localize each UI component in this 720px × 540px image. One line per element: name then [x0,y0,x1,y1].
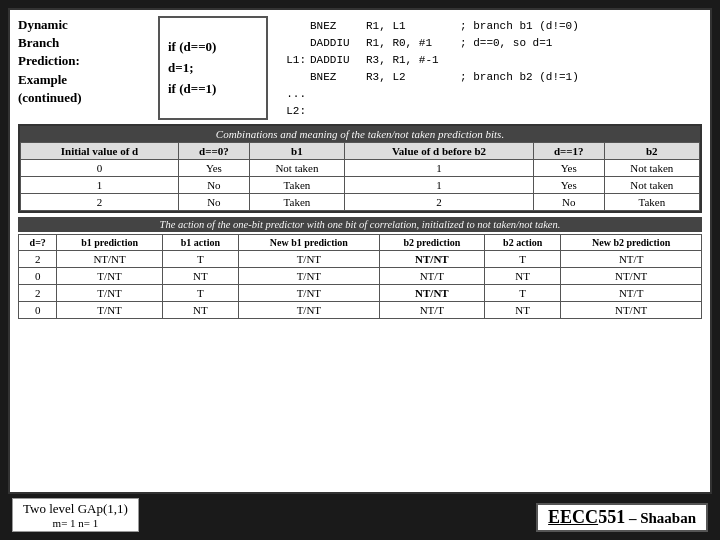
combo-col-header: b2 [604,143,699,160]
asm-label [278,69,306,86]
footer: Two level GAp(1,1) m= 1 n= 1 EECC551 – S… [8,498,712,532]
title-line3: Prediction: [18,53,80,68]
table-cell: NT [162,302,238,319]
asm-line: L2: [278,103,579,120]
table-cell: Taken [249,177,344,194]
table-cell: NT/NT [561,268,702,285]
table-row: 1NoTaken1YesNot taken [21,177,700,194]
asm-instr: DADDIU [310,35,362,52]
combo-col-header: d==0? [179,143,250,160]
action-col-header: New b1 prediction [239,235,380,251]
slide-title: Dynamic Branch Prediction: Example (cont… [18,16,148,120]
table-cell: Yes [533,177,604,194]
code-line3: if (d==1) [168,79,258,100]
asm-label: ... [278,86,306,103]
title-line2: Branch [18,35,59,50]
table-cell: No [179,194,250,211]
combo-col-header: b1 [249,143,344,160]
table-cell: 0 [19,302,57,319]
table-cell: Yes [179,160,250,177]
table-cell: T/NT [239,268,380,285]
combo-table-header: Combinations and meaning of the taken/no… [20,126,700,142]
two-level-box: Two level GAp(1,1) m= 1 n= 1 [12,498,139,532]
asm-instr: DADDIU [310,52,362,69]
action-table: d=?b1 predictionb1 actionNew b1 predicti… [18,234,702,319]
table-cell: Not taken [604,177,699,194]
asm-operands [366,103,456,120]
action-col-header: b2 prediction [379,235,484,251]
table-cell: NT/NT [57,251,162,268]
asm-line: BNEZR1, L1; branch b1 (d!=0) [278,18,579,35]
table-cell: T [485,285,561,302]
code-line1: if (d==0) [168,37,258,58]
asm-label: L1: [278,52,306,69]
table-cell: 0 [19,268,57,285]
table-cell: 2 [21,194,179,211]
combo-col-header: Initial value of d [21,143,179,160]
footer-params: m= 1 n= 1 [23,517,128,529]
asm-instr [310,86,362,103]
table-row: 0YesNot taken1YesNot taken [21,160,700,177]
title-line4: Example [18,72,67,87]
table-cell: No [533,194,604,211]
asm-line: ... [278,86,579,103]
asm-line: DADDIUR1, R0, #1; d==0, so d=1 [278,35,579,52]
main-content: Dynamic Branch Prediction: Example (cont… [8,8,712,494]
action-note: The action of the one-bit predictor with… [18,217,702,232]
table-cell: T/NT [57,302,162,319]
title-line5: (continued) [18,90,82,105]
code-box: if (d==0) d=1; if (d==1) [158,16,268,120]
table-cell: Yes [533,160,604,177]
asm-label [278,18,306,35]
asm-instr: BNEZ [310,18,362,35]
slide: Dynamic Branch Prediction: Example (cont… [0,0,720,540]
combo-col-header: Value of d before b2 [345,143,534,160]
asm-comment: ; d==0, so d=1 [460,35,552,52]
table-cell: 2 [345,194,534,211]
table-cell: Taken [604,194,699,211]
code-line2: d=1; [168,58,258,79]
table-cell: NT [485,268,561,285]
table-cell: NT/NT [379,285,484,302]
title-line1: Dynamic [18,17,68,32]
table-cell: T/NT [239,251,380,268]
asm-comment: ; branch b1 (d!=0) [460,18,579,35]
table-row: 2T/NTTT/NTNT/NTTNT/T [19,285,702,302]
table-cell: 0 [21,160,179,177]
table-cell: T [162,285,238,302]
asm-line: BNEZR3, L2; branch b2 (d!=1) [278,69,579,86]
table-cell: NT/T [561,251,702,268]
table-cell: T/NT [239,285,380,302]
combo-table: Initial value of dd==0?b1Value of d befo… [20,142,700,211]
asm-operands: R3, R1, #-1 [366,52,456,69]
action-col-header: b1 prediction [57,235,162,251]
table-cell: 2 [19,251,57,268]
asm-instr: BNEZ [310,69,362,86]
asm-instr [310,103,362,120]
table-cell: 1 [21,177,179,194]
table-cell: NT [162,268,238,285]
eecc-box: EECC551 – Shaaban [536,503,708,532]
table-cell: Not taken [249,160,344,177]
combo-table-wrapper: Combinations and meaning of the taken/no… [18,124,702,213]
table-cell: 1 [345,160,534,177]
table-cell: No [179,177,250,194]
combo-col-header: d==1? [533,143,604,160]
asm-operands: R1, L1 [366,18,456,35]
eecc-text: EECC551 – Shaaban [548,509,696,526]
table-cell: 2 [19,285,57,302]
table-cell: T [485,251,561,268]
action-col-header: d=? [19,235,57,251]
table-cell: T/NT [57,268,162,285]
action-col-header: b2 action [485,235,561,251]
table-cell: NT/T [561,285,702,302]
two-level-label: Two level GAp(1,1) [23,501,128,517]
asm-label: L2: [278,103,306,120]
table-cell: NT/T [379,268,484,285]
table-cell: NT [485,302,561,319]
top-section: Dynamic Branch Prediction: Example (cont… [18,16,702,120]
table-cell: Taken [249,194,344,211]
asm-operands: R3, L2 [366,69,456,86]
table-cell: 1 [345,177,534,194]
asm-operands: R1, R0, #1 [366,35,456,52]
